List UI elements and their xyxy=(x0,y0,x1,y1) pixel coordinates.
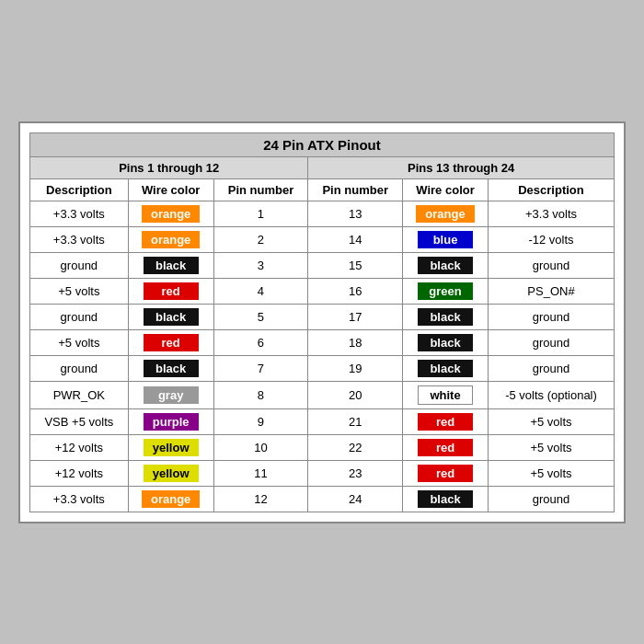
desc-right: +3.3 volts xyxy=(488,201,614,226)
color-badge-right: black xyxy=(418,257,473,274)
color-badge-left: orange xyxy=(142,490,200,508)
table-row: groundblack517blackground xyxy=(30,304,615,329)
color-badge-right: black xyxy=(418,334,473,351)
table-row: +3.3 voltsorange214blue-12 volts xyxy=(30,226,615,252)
color-badge-left: orange xyxy=(142,231,200,248)
wire-color-left: black xyxy=(128,355,213,381)
table-title: 24 Pin ATX Pinout xyxy=(30,132,615,156)
pin-number-left: 3 xyxy=(213,252,308,278)
wire-color-left: orange xyxy=(128,226,213,252)
desc-right: +5 volts xyxy=(488,434,614,460)
wire-color-right: green xyxy=(403,278,489,304)
wire-color-right: black xyxy=(403,355,489,381)
table-row: VSB +5 voltspurple921red+5 volts xyxy=(30,408,615,434)
color-badge-left: yellow xyxy=(144,465,199,482)
col-header-desc-left: Description xyxy=(30,178,129,201)
color-badge-left: purple xyxy=(144,413,199,431)
color-badge-right: blue xyxy=(418,231,473,248)
col-header-wire-left: Wire color xyxy=(128,178,213,201)
color-badge-left: red xyxy=(144,334,199,351)
pin-number-right: 21 xyxy=(308,408,403,434)
desc-left: ground xyxy=(30,252,129,278)
color-badge-left: gray xyxy=(144,386,199,404)
pin-number-left: 8 xyxy=(213,381,308,408)
desc-left: +12 volts xyxy=(30,460,129,486)
pin-number-left: 9 xyxy=(213,408,308,434)
pin-number-right: 22 xyxy=(308,434,403,460)
table-row: groundblack719blackground xyxy=(30,355,615,381)
desc-left: +5 volts xyxy=(30,278,129,304)
color-badge-right: red xyxy=(418,413,473,431)
color-badge-right: black xyxy=(418,308,473,326)
color-badge-right: white xyxy=(418,385,473,405)
desc-right: +5 volts xyxy=(488,460,614,486)
table-row: +3.3 voltsorange113orange+3.3 volts xyxy=(30,201,615,226)
color-badge-left: black xyxy=(144,308,199,326)
color-badge-right: green xyxy=(418,282,473,300)
pin-number-left: 5 xyxy=(213,304,308,329)
pin-number-right: 14 xyxy=(308,226,403,252)
color-badge-left: red xyxy=(144,282,199,300)
wire-color-left: yellow xyxy=(128,460,213,486)
wire-color-left: orange xyxy=(128,201,213,226)
desc-left: ground xyxy=(30,355,129,381)
pin-number-right: 20 xyxy=(308,381,403,408)
wire-color-right: white xyxy=(403,381,489,408)
desc-left: VSB +5 volts xyxy=(30,408,129,434)
pinout-table: 24 Pin ATX Pinout Pins 1 through 12 Pins… xyxy=(29,132,615,512)
pin-number-right: 24 xyxy=(308,486,403,512)
pin-number-right: 13 xyxy=(308,201,403,226)
desc-left: PWR_OK xyxy=(30,381,129,408)
pin-number-right: 16 xyxy=(308,278,403,304)
desc-left: +3.3 volts xyxy=(30,201,129,226)
table-row: +12 voltsyellow1123red+5 volts xyxy=(30,460,615,486)
pin-number-left: 12 xyxy=(213,486,308,512)
color-badge-left: orange xyxy=(142,205,200,223)
wire-color-right: red xyxy=(403,434,489,460)
wire-color-right: black xyxy=(403,304,489,329)
pin-number-left: 11 xyxy=(213,460,308,486)
pin-number-left: 1 xyxy=(213,201,308,226)
color-badge-right: black xyxy=(418,360,473,377)
pin-number-right: 23 xyxy=(308,460,403,486)
desc-left: +5 volts xyxy=(30,329,129,355)
col-header-desc-right: Description xyxy=(488,178,614,201)
wire-color-right: red xyxy=(403,460,489,486)
pin-number-right: 15 xyxy=(308,252,403,278)
wire-color-right: orange xyxy=(403,201,489,226)
pin-number-left: 10 xyxy=(213,434,308,460)
desc-right: PS_ON# xyxy=(488,278,614,304)
desc-left: ground xyxy=(30,304,129,329)
table-row: +12 voltsyellow1022red+5 volts xyxy=(30,434,615,460)
desc-left: +3.3 volts xyxy=(30,486,129,512)
pin-number-left: 7 xyxy=(213,355,308,381)
desc-right: ground xyxy=(488,486,614,512)
table-row: +5 voltsred416greenPS_ON# xyxy=(30,278,615,304)
wire-color-left: red xyxy=(128,329,213,355)
color-badge-left: yellow xyxy=(144,439,199,456)
desc-right: -12 volts xyxy=(488,226,614,252)
color-badge-right: red xyxy=(418,465,473,482)
wire-color-left: black xyxy=(128,252,213,278)
pin-number-left: 6 xyxy=(213,329,308,355)
desc-left: +12 volts xyxy=(30,434,129,460)
wire-color-left: gray xyxy=(128,381,213,408)
desc-right: -5 volts (optional) xyxy=(488,381,614,408)
main-container: 24 Pin ATX Pinout Pins 1 through 12 Pins… xyxy=(18,121,626,523)
col-header-pin-left: Pin number xyxy=(213,178,308,201)
desc-right: ground xyxy=(488,304,614,329)
table-row: PWR_OKgray820white-5 volts (optional) xyxy=(30,381,615,408)
wire-color-left: orange xyxy=(128,486,213,512)
right-section-header: Pins 13 through 24 xyxy=(308,156,615,178)
wire-color-right: blue xyxy=(403,226,489,252)
pin-number-right: 17 xyxy=(308,304,403,329)
table-row: +3.3 voltsorange1224blackground xyxy=(30,486,615,512)
wire-color-left: yellow xyxy=(128,434,213,460)
wire-color-left: purple xyxy=(128,408,213,434)
left-section-header: Pins 1 through 12 xyxy=(30,156,308,178)
wire-color-right: black xyxy=(403,486,489,512)
desc-right: ground xyxy=(488,329,614,355)
desc-right: ground xyxy=(488,355,614,381)
desc-right: +5 volts xyxy=(488,408,614,434)
wire-color-left: red xyxy=(128,278,213,304)
